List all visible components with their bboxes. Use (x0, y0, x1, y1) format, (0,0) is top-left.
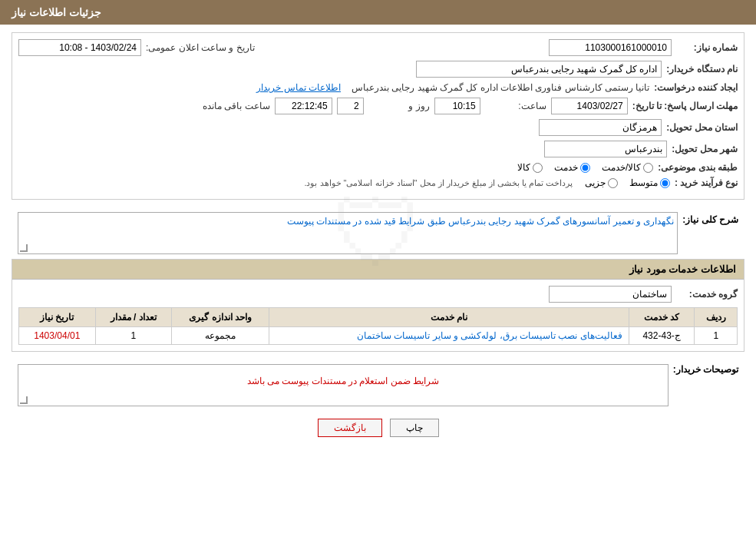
buyer-notes-text: شرایط ضمن استعلام در مستندات پیوست می با… (21, 368, 665, 386)
table-row: 1 ج-43-432 فعالیت‌های نصب تاسیسات برق، ل… (19, 327, 738, 345)
main-content: شماره نیاز: تاریخ و ساعت اعلان عمومی: نا… (0, 25, 756, 452)
category-khadamat-label: خدمت (554, 162, 578, 173)
buyer-notes-content: شرایط ضمن استعلام در مستندات پیوست می با… (18, 364, 669, 406)
row-need-number: شماره نیاز: تاریخ و ساعت اعلان عمومی: (18, 39, 738, 56)
row-city: شهر محل تحویل: (18, 141, 738, 157)
category-khadamat-radio[interactable] (580, 163, 590, 173)
creator-label: ایجاد کننده درخواست: (654, 82, 738, 93)
announcement-label: تاریخ و ساعت اعلان عمومی: (146, 42, 255, 53)
description-text: نگهداری و تعمیر آسانسورهای گمرک شهید رجا… (287, 216, 675, 227)
purchase-type-label: نوع فرآیند خرید : (675, 177, 738, 188)
purchase-motawaset-label: متوسط (629, 177, 658, 188)
service-group-input[interactable] (549, 286, 672, 303)
purchase-jozii-radio[interactable] (608, 178, 618, 188)
row-category: طبقه بندی موضوعی: کالا/خدمت خدمت کالا (18, 162, 738, 173)
cell-code: ج-43-432 (629, 327, 695, 345)
top-info-block: شماره نیاز: تاریخ و ساعت اعلان عمومی: نا… (12, 32, 744, 200)
buyer-org-label: نام دستگاه خریدار: (666, 64, 738, 75)
description-content: نگهداری و تعمیر آسانسورهای گمرک شهید رجا… (18, 212, 678, 254)
services-tbody: 1 ج-43-432 فعالیت‌های نصب تاسیسات برق، ل… (19, 327, 738, 345)
buyer-notes-section: توصیحات خریدار: شرایط ضمن استعلام در مست… (12, 359, 744, 411)
need-number-label: شماره نیاز: (676, 42, 738, 53)
province-label: استان محل تحویل: (666, 122, 738, 133)
col-unit: واحد اندازه گیری (172, 308, 269, 327)
category-khadamat[interactable]: خدمت (554, 162, 590, 173)
services-table: ردیف کد خدمت نام خدمت واحد اندازه گیری ت… (18, 307, 738, 345)
description-label: شرح کلی نیاز: (682, 212, 738, 225)
table-header-row: ردیف کد خدمت نام خدمت واحد اندازه گیری ت… (19, 308, 738, 327)
row-creator: ایجاد کننده درخواست: تانیا رستمی کارشناس… (18, 82, 738, 93)
category-kala-khadamat-label: کالا/خدمت (602, 162, 641, 173)
print-button[interactable]: چاپ (390, 419, 439, 437)
deadline-remaining-label: ساعت باقی مانده (203, 101, 270, 111)
city-input[interactable] (544, 141, 667, 157)
city-label: شهر محل تحویل: (672, 144, 738, 154)
cell-row: 1 (695, 327, 738, 345)
row-buyer-org: نام دستگاه خریدار: (18, 61, 738, 78)
deadline-days-input[interactable] (337, 98, 364, 114)
row-deadline: مهلت ارسال پاسخ: تا تاریخ: ساعت: روز و س… (18, 98, 738, 114)
announcement-input[interactable] (18, 39, 141, 56)
row-purchase-type: نوع فرآیند خرید : متوسط جزیی پرداخت تمام… (18, 177, 738, 188)
cell-date: 1403/04/01 (19, 327, 96, 345)
page-header: جزئیات اطلاعات نیاز (0, 0, 756, 25)
category-label: طبقه بندی موضوعی: (658, 162, 738, 173)
purchase-type-radio-group: متوسط جزیی (585, 177, 670, 188)
deadline-time-label: ساعت: (485, 101, 546, 111)
purchase-jozii[interactable]: جزیی (585, 177, 618, 188)
col-quantity: تعداد / مقدار (95, 308, 171, 327)
buyer-notes-label: توصیحات خریدار: (673, 364, 738, 375)
page-title: جزئیات اطلاعات نیاز (12, 6, 101, 18)
row-service-group: گروه خدمت: (18, 286, 738, 303)
province-input[interactable] (539, 119, 662, 136)
services-content: گروه خدمت: ردیف کد خدمت نام خدمت واحد ان… (12, 280, 744, 351)
row-province: استان محل تحویل: (18, 119, 738, 136)
col-code: کد خدمت (629, 308, 695, 327)
col-name: نام خدمت (269, 308, 629, 327)
deadline-label: مهلت ارسال پاسخ: تا تاریخ: (632, 101, 738, 111)
cell-unit: مجموعه (172, 327, 269, 345)
button-bar: چاپ بازگشت (12, 411, 744, 445)
need-number-input[interactable] (549, 39, 672, 56)
deadline-remaining-input[interactable] (275, 98, 332, 114)
buyer-notes-resize[interactable] (20, 396, 28, 404)
category-kala-khadamat[interactable]: کالا/خدمت (602, 162, 653, 173)
deadline-time-input[interactable] (434, 98, 480, 114)
contact-link[interactable]: اطلاعات تماس خریدار (256, 82, 341, 93)
table-header: ردیف کد خدمت نام خدمت واحد اندازه گیری ت… (19, 308, 738, 327)
purchase-jozii-label: جزیی (585, 177, 606, 188)
category-radio-group: کالا/خدمت خدمت کالا (517, 162, 653, 173)
cell-name: فعالیت‌های نصب تاسیسات برق، لوله‌کشی و س… (269, 327, 629, 345)
purchase-motawaset-radio[interactable] (660, 178, 670, 188)
service-group-label: گروه خدمت: (676, 289, 738, 300)
description-section: 🛡 شرح کلی نیاز: نگهداری و تعمیر آسانسوره… (12, 207, 744, 259)
deadline-date-input[interactable] (551, 98, 628, 114)
deadline-day-label: روز و (368, 101, 430, 111)
col-row: ردیف (695, 308, 738, 327)
cell-quantity: 1 (95, 327, 171, 345)
services-block: اطلاعات خدمات مورد نیاز گروه خدمت: ردیف … (12, 259, 744, 352)
purchase-note: پرداخت تمام یا بخشی از مبلغ خریدار از مح… (304, 178, 573, 188)
category-kala-radio[interactable] (533, 163, 543, 173)
category-kala-label: کالا (517, 162, 530, 173)
purchase-motawaset[interactable]: متوسط (629, 177, 670, 188)
top-info-content: شماره نیاز: تاریخ و ساعت اعلان عمومی: نا… (12, 33, 744, 199)
page-wrapper: جزئیات اطلاعات نیاز شماره نیاز: تاریخ و … (0, 0, 756, 540)
buyer-org-input[interactable] (416, 61, 662, 78)
category-kala-khadamat-radio[interactable] (643, 163, 653, 173)
col-date: تاریخ نیاز (19, 308, 96, 327)
back-button[interactable]: بازگشت (318, 419, 382, 437)
category-kala[interactable]: کالا (517, 162, 543, 173)
services-section-title: اطلاعات خدمات مورد نیاز (12, 260, 744, 280)
creator-value: تانیا رستمی کارشناس فناوری اطلاعات اداره… (352, 82, 649, 93)
description-row: شرح کلی نیاز: نگهداری و تعمیر آسانسورهای… (12, 207, 744, 259)
resize-handle[interactable] (20, 244, 28, 252)
